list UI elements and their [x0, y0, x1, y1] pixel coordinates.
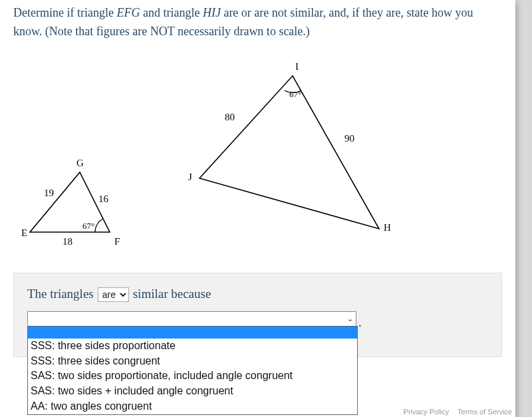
privacy-policy-link[interactable]: Privacy Policy	[404, 408, 449, 416]
side-ef: 18	[63, 236, 72, 247]
reason-option-sas-proportionate[interactable]: SAS: two sides proportionate, included a…	[28, 368, 357, 384]
vertex-h: H	[384, 222, 391, 233]
reason-option-sss-congruent[interactable]: SSS: three sides congruent	[28, 354, 357, 369]
side-ih: 90	[344, 133, 354, 144]
footer-links: Privacy Policy Terms of Service	[397, 408, 512, 416]
reason-option-aa[interactable]: AA: two angles congruent	[28, 399, 357, 414]
terms-of-service-link[interactable]: Terms of Service	[458, 408, 512, 416]
reason-option-sss-proportionate[interactable]: SSS: three sides proportionate	[28, 339, 357, 354]
reason-dropdown: SSS: three sides proportionate SSS: thre…	[27, 326, 358, 415]
angle-f: 67°	[82, 221, 94, 231]
side-gf: 16	[98, 194, 108, 205]
reason-select[interactable]: ⌄	[27, 311, 356, 327]
answer-prefix: The triangles	[27, 287, 94, 301]
similarity-select[interactable]: are	[98, 287, 129, 302]
vertex-f: F	[114, 236, 120, 247]
side-eg: 19	[44, 188, 54, 199]
side-ij: 80	[225, 112, 235, 123]
angle-i: 67°	[289, 89, 301, 100]
answer-panel: The triangles are similar because ⌄ . SS…	[13, 273, 502, 357]
answer-suffix: similar because	[133, 287, 211, 301]
vertex-j: J	[188, 172, 192, 183]
vertex-i: I	[295, 61, 299, 72]
trailing-period: .	[358, 315, 362, 329]
question-text: Determine if triangle EFG and triangle H…	[13, 0, 502, 45]
chevron-down-icon: ⌄	[347, 315, 353, 323]
reason-option-blank[interactable]	[28, 327, 357, 339]
figures-area: E F G 19 16 18 67° J H I 80 90 67°	[13, 49, 502, 269]
reason-option-sas-congruent[interactable]: SAS: two sides + included angle congruen…	[28, 384, 357, 399]
vertex-e: E	[21, 227, 27, 239]
vertex-g: G	[76, 158, 84, 169]
